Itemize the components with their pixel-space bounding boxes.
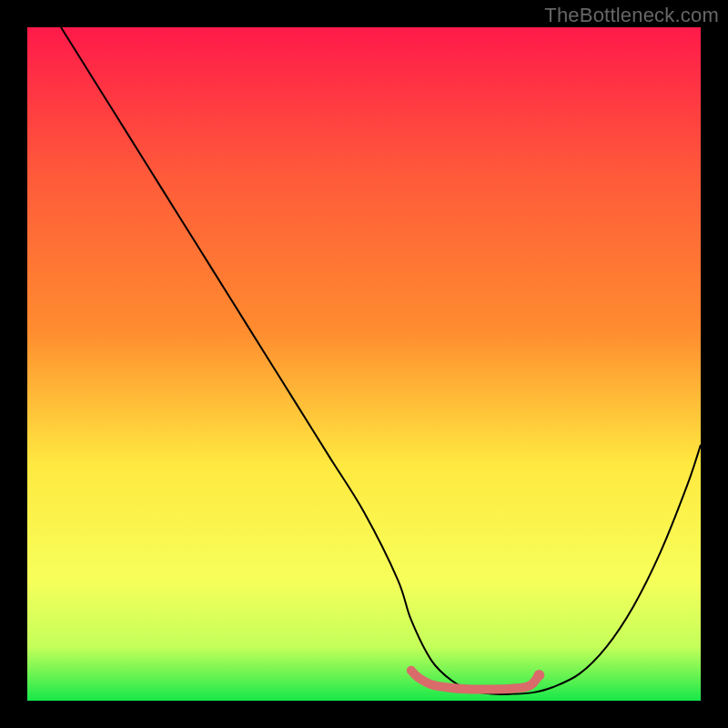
chart-container: TheBottleneck.com	[0, 0, 728, 728]
optimal-endpoint-dot	[533, 670, 544, 681]
bottleneck-chart	[0, 0, 728, 728]
gradient-background	[27, 27, 701, 701]
watermark-text: TheBottleneck.com	[544, 4, 719, 27]
